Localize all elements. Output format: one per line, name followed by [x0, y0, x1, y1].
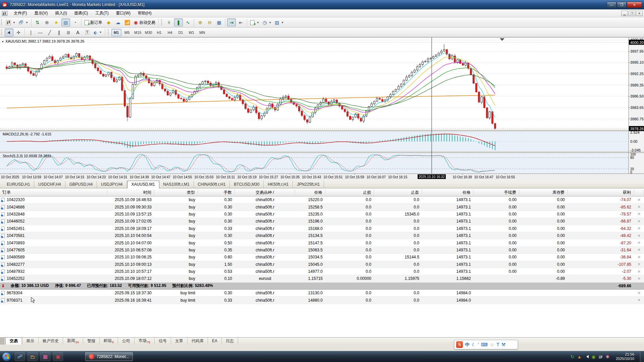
chart-tab-xauusd-m1[interactable]: XAUUSD,M1 [127, 181, 159, 188]
tray-network-icon[interactable]: 🖳 [598, 355, 603, 359]
timeframe-m5-button[interactable]: M5 [122, 29, 132, 36]
close-order-icon[interactable]: ✕ [634, 298, 644, 302]
terminal-close-icon[interactable]: x [1, 189, 5, 193]
column-header-10[interactable]: 库存费 [519, 190, 568, 195]
ime-keyboard-icon[interactable]: ⌨ [481, 342, 488, 347]
chart-system-icon[interactable] [2, 11, 7, 16]
start-button[interactable] [2, 352, 11, 361]
mt4-task-button[interactable]: 7285822: Monet... [85, 352, 133, 361]
community-button[interactable]: ☁ [114, 18, 122, 26]
order-row[interactable]: 104776052025.10.10 06:57:08buy0.35china5… [0, 247, 644, 254]
line-chart-button[interactable]: ∿ [183, 18, 192, 26]
ime-toolbar[interactable]: S 中 ☾ ’ ⌨ ☺ T ⚒ [454, 340, 518, 349]
close-order-icon[interactable]: ✕ [634, 262, 644, 266]
timeframe-h4-button[interactable]: H4 [165, 29, 175, 36]
tray-flower-icon[interactable]: ✱ [606, 355, 609, 359]
order-row[interactable]: 104524512025.10.09 18:09:17buy0.33china5… [0, 225, 644, 232]
chart-shift-button[interactable]: ⇤ [236, 18, 245, 26]
metaeditor-button[interactable]: ◆ [104, 18, 113, 26]
timeframe-mn-button[interactable]: MN [197, 29, 207, 36]
chart-tab-usdchf-h4[interactable]: USDCHF,H4 [34, 181, 65, 188]
price-chart[interactable]: 4000.853997.953995.103992.253989.353986.… [0, 38, 644, 181]
ime-account-icon[interactable]: ☺ [490, 342, 494, 347]
terminal-tab-7[interactable]: 市场75 [135, 337, 155, 345]
indicators-button[interactable]: ▼ [249, 18, 261, 26]
child-close-button[interactable]: ✕ [636, 11, 643, 16]
menu-item-0[interactable]: 文件(F) [10, 9, 31, 17]
close-order-icon[interactable]: ✕ [634, 255, 644, 259]
auto-scroll-button[interactable]: ⇥ [227, 18, 236, 26]
timeframe-w1-button[interactable]: W1 [186, 29, 197, 36]
terminal-tab-2[interactable]: 账户历史 [39, 338, 63, 345]
chart-tab-btcusd-m30[interactable]: BTCUSD,M30 [230, 181, 264, 188]
tray-volume-icon[interactable] [585, 355, 589, 358]
close-order-icon[interactable]: ✕ [634, 269, 644, 274]
chart-tab-nas100ft-r-m1[interactable]: NAS100ft.r,M1 [159, 181, 194, 188]
taskbar-explorer-icon[interactable]: 🗀 [28, 352, 38, 361]
close-order-icon[interactable]: ✕ [634, 291, 644, 295]
ime-lang-icon[interactable]: 中 [465, 342, 470, 347]
chart-tab-china50ft-r-h1[interactable]: CHINA50ft.r,H1 [194, 181, 230, 188]
terminal-tab-1[interactable]: 展示 [22, 338, 39, 345]
menu-item-2[interactable]: 插入(I) [51, 9, 70, 17]
order-row[interactable]: 104328482025.10.09 13:57:15buy0.30china5… [0, 211, 644, 218]
chart-tab-gbpusd-h4[interactable]: GBPUSD,H4 [65, 181, 97, 188]
market-watch-button[interactable]: ⇅ [33, 18, 42, 26]
ime-moon-icon[interactable]: ☾ [472, 342, 476, 347]
timeframe-m1-button[interactable]: M1 [111, 29, 121, 36]
close-order-icon[interactable]: ✕ [634, 212, 644, 216]
terminal-tab-12[interactable]: 日志 [222, 338, 238, 345]
close-order-icon[interactable]: ✕ [634, 198, 644, 202]
timeframe-m15-button[interactable]: M15 [133, 29, 143, 36]
cursor-tool-button[interactable]: ➤ [5, 28, 13, 37]
column-header-5[interactable]: 价格 [295, 190, 325, 195]
column-header-7[interactable]: 止盈 [374, 190, 422, 195]
zoom-in-button[interactable]: ⊕ [196, 18, 205, 26]
show-desktop-button[interactable] [640, 351, 644, 362]
menu-item-3[interactable]: 图表(C) [71, 9, 92, 17]
horizontal-line-tool-button[interactable]: — [36, 28, 45, 37]
panel-separator[interactable] [0, 152, 644, 153]
text-tool-button[interactable]: A [73, 28, 82, 37]
data-window-button[interactable]: ⊕ [43, 18, 51, 26]
column-header-4[interactable]: 交易品种 / [235, 190, 295, 195]
tray-nvidia-icon[interactable]: ◉ [592, 355, 595, 359]
column-header-6[interactable]: 止损 [325, 190, 374, 195]
chart-tab-jpn225ft-h1[interactable]: JPN225ft,H1 [293, 181, 324, 188]
fibonacci-tool-button[interactable]: ≣ [64, 28, 73, 37]
navigator-button[interactable]: ★ [52, 18, 61, 26]
candlestick-button[interactable]: ❚ [174, 18, 183, 26]
terminal-tab-6[interactable]: 公司 [118, 338, 135, 345]
chart-tab-hk50ft-r-h1[interactable]: HK50ft.r,H1 [264, 181, 293, 188]
close-order-icon[interactable]: ✕ [634, 248, 644, 252]
minimize-button[interactable]: — [607, 2, 616, 8]
order-row[interactable]: 104822772025.10.10 09:00:13buy1.50china5… [0, 261, 644, 268]
label-tool-button[interactable]: T [83, 28, 92, 37]
autotrading-button[interactable]: ◉自动交易 [132, 18, 157, 26]
close-button[interactable]: ✕ [627, 2, 642, 8]
panel-separator[interactable] [0, 130, 644, 131]
taskbar-clock[interactable]: 21:56 2025/10/10 [616, 352, 634, 361]
terminal-tab-10[interactable]: 代码库 [187, 338, 208, 345]
bar-chart-button[interactable]: ⍿⍿ [165, 18, 173, 26]
toolbar-grip[interactable] [1, 29, 3, 36]
menu-item-1[interactable]: 显示(V) [31, 9, 51, 17]
orders-table-header[interactable]: 订单时间类型手数交易品种 /价格止损止盈价格手续费库存费获利 [0, 188, 644, 196]
ime-tools-icon[interactable]: ⚒ [501, 342, 506, 347]
timeframe-m30-button[interactable]: M30 [144, 29, 154, 36]
profiles-button[interactable]: 🗗▼ [17, 18, 30, 26]
column-header-2[interactable]: 类型 [154, 190, 198, 195]
child-minimize-button[interactable]: ▁ [621, 11, 628, 16]
strategy-tester-button[interactable]: ◔ [71, 18, 79, 26]
order-row[interactable]: 104805892025.10.10 08:06:25buy0.60china5… [0, 254, 644, 261]
order-row[interactable]: 104246862025.10.09 09:30:33buy0.30china5… [0, 203, 644, 210]
trendline-tool-button[interactable]: ╱ [45, 28, 54, 37]
order-row[interactable]: 104705812025.10.10 04:00:54buy0.30china5… [0, 232, 644, 239]
column-header-3[interactable]: 手数 [198, 190, 235, 195]
close-order-icon[interactable]: ✕ [634, 205, 644, 209]
periods-button[interactable]: ◷▼ [261, 18, 273, 26]
close-order-icon[interactable]: ✕ [634, 234, 644, 238]
zoom-out-button[interactable]: ⊖ [205, 18, 214, 26]
terminal-tab-9[interactable]: 文章 [171, 338, 187, 345]
terminal-tab-8[interactable]: 信号 [155, 338, 171, 345]
